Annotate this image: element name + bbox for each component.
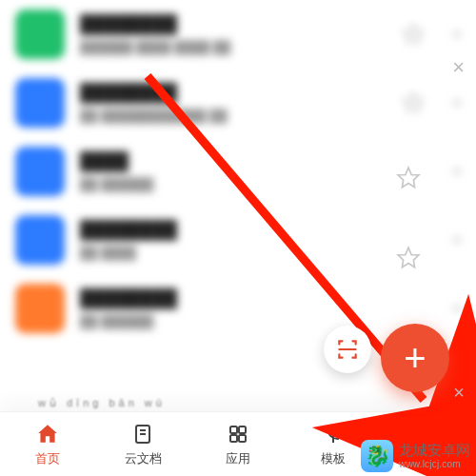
file-title: ████████ [80, 288, 438, 308]
plus-icon: + [404, 339, 426, 377]
dragon-icon: 🐉 [365, 444, 390, 468]
file-subtitle: ██ ████ [80, 246, 438, 260]
file-meta: ████████ ██ ████ [80, 220, 438, 260]
svg-rect-8 [239, 426, 246, 433]
file-subtitle: ██████ ████ ████ ██ [80, 40, 387, 54]
close-icon[interactable]: × [453, 382, 465, 404]
svg-marker-2 [398, 168, 419, 188]
home-icon [35, 422, 60, 446]
more-dot[interactable] [453, 30, 461, 38]
file-meta: ████████ ██████ ████ ████ ██ [80, 14, 387, 54]
svg-marker-3 [398, 248, 419, 268]
file-title: ████████ [80, 220, 438, 240]
watermark: 🐉 龙城安卓网 www.lcjcj.com [361, 440, 470, 472]
file-thumb [15, 147, 65, 196]
star-icon[interactable] [402, 23, 425, 46]
scan-button[interactable] [324, 326, 371, 373]
close-icon[interactable]: × [452, 55, 465, 80]
file-subtitle: ██ ██████ [80, 177, 438, 191]
tab-label: 应用 [226, 450, 250, 467]
watermark-logo: 🐉 [361, 440, 393, 472]
scan-icon [335, 337, 360, 362]
more-dot[interactable] [453, 168, 461, 175]
app-screen: ████████ ██████ ████ ████ ██ ████████ ██… [0, 0, 476, 476]
grid-icon [226, 422, 250, 446]
list-item[interactable]: ████████ ██ ████████████ ██ [0, 69, 476, 137]
svg-marker-0 [404, 25, 423, 43]
file-thumb [15, 215, 65, 265]
pinyin-hint: wǔ dīng bān wù [38, 397, 166, 409]
watermark-text: 龙城安卓网 www.lcjcj.com [399, 443, 470, 469]
file-thumb [15, 284, 65, 333]
more-dot[interactable] [453, 236, 461, 244]
file-thumb [15, 10, 65, 59]
leaf-icon [321, 422, 346, 446]
file-subtitle: ██ ████████████ ██ [80, 109, 387, 123]
file-title: ████ [80, 151, 438, 171]
file-title: ████████ [80, 83, 387, 103]
tab-home[interactable]: 首页 [0, 422, 95, 467]
star-icon[interactable] [396, 166, 421, 190]
watermark-url: www.lcjcj.com [399, 459, 470, 469]
tab-label: 模板 [321, 450, 346, 467]
tab-label: 云文档 [125, 450, 162, 467]
doc-icon [130, 422, 155, 446]
watermark-name: 龙城安卓网 [399, 442, 470, 458]
file-thumb [15, 78, 65, 128]
tab-label: 首页 [35, 450, 60, 467]
svg-rect-9 [230, 435, 237, 442]
star-icon[interactable] [396, 246, 421, 270]
fab-add-button[interactable]: + [381, 324, 449, 392]
list-item[interactable]: ████████ ██████ ████ ████ ██ [0, 0, 476, 69]
tab-apps[interactable]: 应用 [190, 422, 286, 467]
file-subtitle: ██ ██████ [80, 314, 438, 328]
star-icon[interactable] [402, 91, 425, 114]
tab-cloud-docs[interactable]: 云文档 [95, 422, 190, 467]
svg-rect-10 [239, 435, 246, 442]
svg-rect-7 [230, 426, 237, 433]
svg-point-11 [425, 426, 432, 434]
file-meta: ████████ ██ ██████ [80, 288, 438, 328]
file-meta: ████ ██ ██████ [80, 151, 438, 191]
file-title: ████████ [80, 14, 387, 34]
svg-marker-1 [404, 93, 423, 111]
more-dot[interactable] [453, 305, 461, 312]
file-meta: ████████ ██ ████████████ ██ [80, 83, 387, 123]
more-dot[interactable] [453, 99, 461, 107]
